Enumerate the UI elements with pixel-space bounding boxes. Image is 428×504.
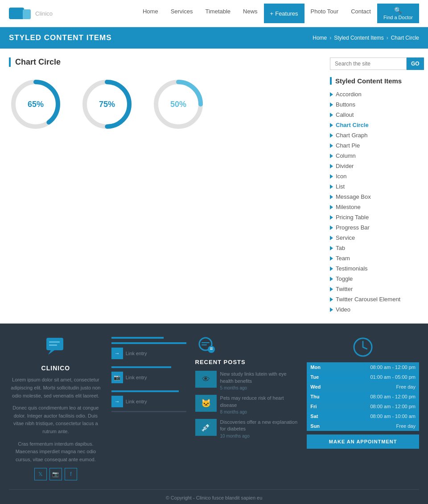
sidebar-item-twitter-carousel[interactable]: Twitter Carousel Element xyxy=(330,294,419,304)
social-icons: 𝕏 📷 f xyxy=(9,468,103,480)
chart-label-3: 50% xyxy=(170,100,186,109)
arrow-icon xyxy=(330,205,333,209)
nav-find-doctor[interactable]: 🔍 Find a Doctor xyxy=(377,4,419,23)
arrow-icon xyxy=(330,215,333,220)
social-instagram[interactable]: 📷 xyxy=(49,468,62,480)
sidebar-item-buttons[interactable]: Buttons xyxy=(330,99,419,110)
svg-rect-8 xyxy=(49,341,60,343)
sidebar-item-progress-bar[interactable]: Progress Bar xyxy=(330,222,419,233)
footer-schedule-col: Mon 08:00 am - 12:00 pm Tue 01:00 am - 0… xyxy=(307,337,419,480)
post-title-2[interactable]: Pets may reduce risk of heart disease xyxy=(220,395,298,409)
nav-features[interactable]: + Features xyxy=(264,4,305,23)
sidebar-item-divider[interactable]: Divider xyxy=(330,161,419,171)
sidebar-item-callout[interactable]: Callout xyxy=(330,110,419,120)
social-twitter[interactable]: 𝕏 xyxy=(34,468,47,480)
breadcrumb-sep-1: › xyxy=(329,35,331,41)
footer: CLINICO Lorem ipsum dolor sit amet, cons… xyxy=(0,324,428,504)
arrow-icon xyxy=(330,174,333,179)
arrow-icon xyxy=(330,266,333,271)
clinico-text1: Lorem ipsum dolor sit amet, consectetur … xyxy=(9,376,103,400)
post-thumb-2: 🐱 xyxy=(195,395,217,412)
sidebar-item-accordion[interactable]: Accordion xyxy=(330,89,419,99)
social-facebook[interactable]: f xyxy=(65,468,77,480)
schedule-row-sat: Sat 08:00 am - 10:00 am xyxy=(307,411,419,421)
search-icon: 🔍 xyxy=(394,6,402,14)
schedule-table: Mon 08:00 am - 12:00 pm Tue 01:00 am - 0… xyxy=(307,362,419,431)
sidebar-item-message-box[interactable]: Message Box xyxy=(330,192,419,202)
post-title-3[interactable]: Discoveries offer a new explanation for … xyxy=(220,419,298,433)
search-button[interactable]: GO xyxy=(407,57,424,70)
clinico-title: CLINICO xyxy=(9,365,103,372)
content-area: Chart Circle 65% xyxy=(9,57,330,315)
arrow-icon xyxy=(330,133,333,138)
sidebar-item-service[interactable]: Service xyxy=(330,233,419,243)
recent-posts-icon xyxy=(195,337,298,355)
arrow-icon xyxy=(330,225,333,230)
nav-timetable[interactable]: Timetable xyxy=(199,4,237,23)
nav-phototour[interactable]: Photo Tour xyxy=(305,4,345,23)
recent-posts-title: RECENT POSTS xyxy=(195,359,298,365)
logo[interactable]: Clinico xyxy=(9,8,53,19)
svg-rect-15 xyxy=(210,349,213,350)
arrow-icon xyxy=(330,154,333,158)
arrow-icon xyxy=(330,287,333,291)
nav-contact[interactable]: Contact xyxy=(345,4,377,23)
sidebar-item-icon[interactable]: Icon xyxy=(330,171,419,181)
footer-clinico-col: CLINICO Lorem ipsum dolor sit amet, cons… xyxy=(9,337,103,480)
schedule-row-mon: Mon 08:00 am - 12:00 pm xyxy=(307,362,419,372)
sidebar-item-testimonials[interactable]: Testimonials xyxy=(330,263,419,274)
post-thumb-1: 👁 xyxy=(195,371,217,388)
breadcrumb-styled[interactable]: Styled Content Items xyxy=(334,35,383,41)
schedule-row-sun: Sun Free day xyxy=(307,421,419,431)
sidebar-item-video[interactable]: Video xyxy=(330,304,419,315)
svg-rect-6 xyxy=(46,338,63,350)
sidebar-item-milestone[interactable]: Milestone xyxy=(330,202,419,212)
arrow-icon xyxy=(330,164,333,168)
sidebar-item-pricing-table[interactable]: Pricing Table xyxy=(330,212,419,222)
main-nav: Home Services Timetable News + Features … xyxy=(136,4,419,23)
search-bar: GO xyxy=(330,57,419,70)
post-title-1[interactable]: New study links lutein with eye health b… xyxy=(220,371,298,385)
sidebar-item-tab[interactable]: Tab xyxy=(330,243,419,253)
make-appointment-button[interactable]: MAKE AN APPOINTMENT xyxy=(307,434,419,449)
nav-services[interactable]: Services xyxy=(165,4,199,23)
sidebar-item-chart-pie[interactable]: Chart Pie xyxy=(330,140,419,151)
post-date-2: 8 months ago xyxy=(220,410,298,414)
sidebar-item-column[interactable]: Column xyxy=(330,151,419,161)
svg-rect-12 xyxy=(202,344,207,345)
arrow-icon xyxy=(330,256,333,261)
schedule-row-tue: Tue 01:00 am - 05:00 pm xyxy=(307,372,419,382)
sidebar-item-list[interactable]: List xyxy=(330,181,419,192)
sidebar-section-title: Styled Content Items xyxy=(330,77,419,85)
main-wrapper: Chart Circle 65% xyxy=(0,49,428,324)
post-2: 🐱 Pets may reduce risk of heart disease … xyxy=(195,395,298,414)
clinico-text2: Donec quis condimentum leo at congue dol… xyxy=(9,404,103,435)
sidebar-item-chart-circle[interactable]: Chart Circle xyxy=(330,120,419,130)
sidebar-item-team[interactable]: Team xyxy=(330,253,419,263)
nav-home[interactable]: Home xyxy=(136,4,165,23)
sidebar: GO Styled Content Items Accordion Button… xyxy=(330,57,419,315)
post-date-1: 5 months ago xyxy=(220,385,298,390)
nav-news[interactable]: News xyxy=(237,4,264,23)
sidebar-item-chart-graph[interactable]: Chart Graph xyxy=(330,130,419,140)
sidebar-item-twitter[interactable]: Twitter xyxy=(330,284,419,294)
svg-marker-7 xyxy=(48,350,54,355)
svg-rect-14 xyxy=(210,348,213,348)
chart-circle-1: 65% xyxy=(9,78,62,131)
search-input[interactable] xyxy=(330,57,407,70)
arrow-icon xyxy=(330,195,333,199)
breadcrumb-home[interactable]: Home xyxy=(313,35,327,41)
footer-links-col: → Link entry 📷 Link entry → Link entry xyxy=(111,337,186,480)
chart-circle-2: 75% xyxy=(80,78,134,131)
breadcrumb-bar: STYLED CONTENT ITEMS Home › Styled Conte… xyxy=(0,27,428,49)
sidebar-item-toggle[interactable]: Toggle xyxy=(330,274,419,284)
clock-icon xyxy=(307,337,419,359)
sidebar-nav: Accordion Buttons Callout Chart Circle C… xyxy=(330,89,419,315)
arrow-icon xyxy=(330,92,333,97)
chart-circle-3: 50% xyxy=(152,78,205,131)
breadcrumb: Home › Styled Content Items › Chart Circ… xyxy=(313,35,419,41)
arrow-icon xyxy=(330,184,333,189)
arrow-icon xyxy=(330,123,333,127)
svg-rect-9 xyxy=(49,344,57,346)
clinico-text3: Cras fermentum interdum dapibus. Maecena… xyxy=(9,440,103,464)
